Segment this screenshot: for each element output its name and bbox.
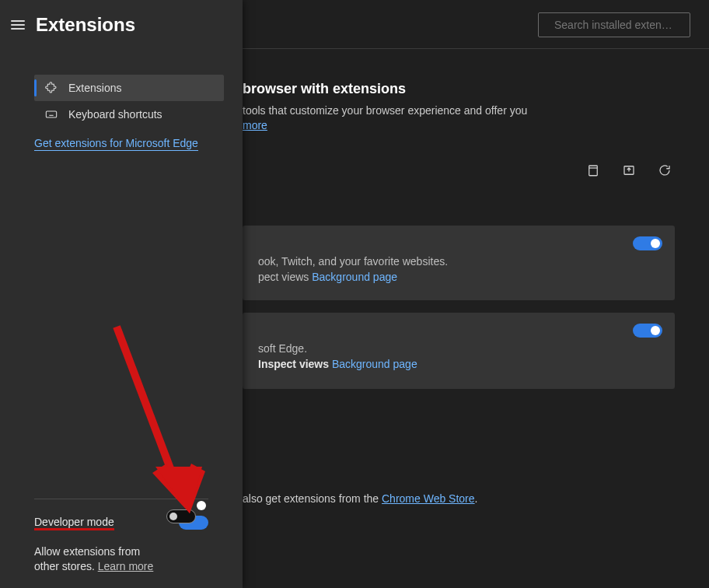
allow-other-stores-label: Allow extensions from other stores. Lear… [34, 544, 159, 574]
extension-card: soft Edge. Inspect views Background page [243, 313, 675, 389]
toolbar-icons [586, 163, 672, 177]
puzzle-icon [45, 82, 58, 94]
learn-more-link[interactable]: more [243, 119, 267, 131]
background-page-link[interactable]: Background page [312, 271, 397, 283]
search-box[interactable] [538, 12, 690, 37]
page-heading-fragment: browser with extensions [243, 81, 406, 97]
extension-desc-fragment: ook, Twitch, and your favorite websites. [258, 255, 659, 268]
load-unpacked-icon[interactable] [622, 163, 636, 177]
sidebar-item-keyboard-shortcuts[interactable]: Keyboard shortcuts [34, 101, 224, 128]
developer-mode-label: Developer mode [34, 516, 114, 530]
sidebar: Extensions Extensions Keyboard shortcuts… [0, 0, 243, 588]
sidebar-bottom: Developer mode Allow extensions from oth… [34, 499, 208, 574]
extension-toggle[interactable] [633, 236, 662, 250]
allow-other-stores-toggle[interactable] [166, 509, 196, 523]
chrome-web-store-note: also get extensions from the Chrome Web … [243, 492, 477, 505]
extension-inspect-row: Inspect views Background page [258, 358, 659, 370]
sidebar-item-label: Extensions [68, 82, 121, 94]
svg-rect-2 [589, 166, 598, 176]
sidebar-item-label: Keyboard shortcuts [68, 108, 162, 121]
page-subtext-more: more [243, 119, 267, 131]
extension-toggle[interactable] [633, 324, 662, 338]
reload-icon[interactable] [658, 163, 672, 177]
allow-other-stores-row: Allow extensions from other stores. Lear… [34, 544, 208, 574]
inspect-views-label: Inspect views [258, 358, 329, 370]
inspect-views-label-fragment: pect views [258, 271, 309, 283]
background-page-link[interactable]: Background page [332, 358, 417, 370]
get-edge-extensions-link[interactable]: Get extensions for Microsoft Edge [34, 137, 198, 151]
learn-more-link[interactable]: Learn more [98, 560, 154, 572]
page-title: Extensions [36, 14, 135, 36]
hamburger-icon[interactable] [11, 20, 25, 30]
search-input[interactable] [554, 19, 690, 31]
extension-desc-fragment: soft Edge. [258, 342, 659, 355]
page-subtext-fragment: tools that customize your browser experi… [243, 104, 527, 117]
sidebar-nav: Extensions Keyboard shortcuts [0, 75, 243, 128]
keyboard-icon [45, 108, 58, 121]
sidebar-item-extensions[interactable]: Extensions [34, 75, 224, 101]
extension-inspect-row: pect views Background page [258, 271, 659, 283]
chrome-web-store-link[interactable]: Chrome Web Store [382, 492, 475, 505]
cws-suffix: . [475, 492, 478, 505]
extension-card: ook, Twitch, and your favorite websites.… [243, 226, 675, 300]
svg-rect-5 [46, 111, 56, 117]
cws-prefix-fragment: also get extensions from the [243, 492, 382, 505]
remove-icon[interactable] [586, 163, 600, 177]
